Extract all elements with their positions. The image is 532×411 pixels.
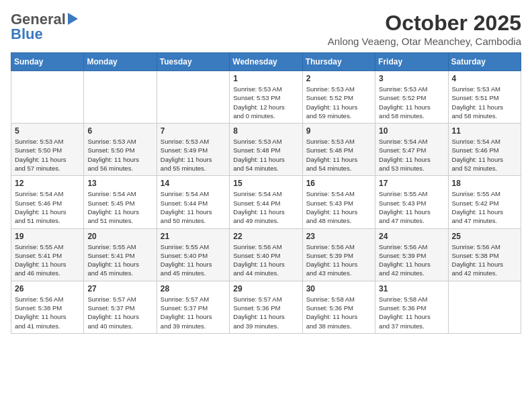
day-info: Sunrise: 5:53 AM Sunset: 5:53 PM Dayligh… <box>233 85 298 120</box>
calendar-cell: 10Sunrise: 5:54 AM Sunset: 5:47 PM Dayli… <box>375 124 448 176</box>
calendar-cell: 22Sunrise: 5:56 AM Sunset: 5:40 PM Dayli… <box>230 228 302 281</box>
day-info: Sunrise: 5:55 AM Sunset: 5:41 PM Dayligh… <box>15 242 80 278</box>
day-number: 5 <box>15 126 80 136</box>
calendar-cell <box>84 71 157 124</box>
day-number: 18 <box>452 179 517 188</box>
day-info: Sunrise: 5:58 AM Sunset: 5:36 PM Dayligh… <box>306 295 371 330</box>
weekday-header: Friday <box>375 53 448 71</box>
day-info: Sunrise: 5:55 AM Sunset: 5:43 PM Dayligh… <box>379 189 444 225</box>
day-info: Sunrise: 5:53 AM Sunset: 5:48 PM Dayligh… <box>306 137 371 173</box>
day-info: Sunrise: 5:54 AM Sunset: 5:46 PM Dayligh… <box>15 189 80 225</box>
calendar-cell: 12Sunrise: 5:54 AM Sunset: 5:46 PM Dayli… <box>11 176 84 228</box>
day-number: 6 <box>87 126 152 136</box>
calendar-cell: 21Sunrise: 5:55 AM Sunset: 5:40 PM Dayli… <box>157 228 229 281</box>
calendar-cell <box>448 281 521 333</box>
weekday-header-row: SundayMondayTuesdayWednesdayThursdayFrid… <box>11 53 521 71</box>
calendar-cell: 25Sunrise: 5:56 AM Sunset: 5:38 PM Dayli… <box>448 228 521 281</box>
day-number: 20 <box>87 232 152 241</box>
calendar-week-row: 12Sunrise: 5:54 AM Sunset: 5:46 PM Dayli… <box>11 176 521 228</box>
logo-blue: Blue <box>11 26 43 43</box>
day-info: Sunrise: 5:55 AM Sunset: 5:42 PM Dayligh… <box>452 189 517 225</box>
calendar-cell: 4Sunrise: 5:53 AM Sunset: 5:51 PM Daylig… <box>448 71 521 124</box>
day-number: 21 <box>161 232 226 241</box>
calendar-cell: 29Sunrise: 5:57 AM Sunset: 5:36 PM Dayli… <box>230 281 302 333</box>
day-info: Sunrise: 5:54 AM Sunset: 5:45 PM Dayligh… <box>87 189 152 225</box>
calendar-cell: 26Sunrise: 5:56 AM Sunset: 5:38 PM Dayli… <box>11 281 84 333</box>
day-number: 9 <box>306 126 371 136</box>
calendar-cell: 16Sunrise: 5:54 AM Sunset: 5:43 PM Dayli… <box>302 176 375 228</box>
day-info: Sunrise: 5:53 AM Sunset: 5:50 PM Dayligh… <box>15 137 80 173</box>
calendar-week-row: 26Sunrise: 5:56 AM Sunset: 5:38 PM Dayli… <box>11 281 521 333</box>
day-info: Sunrise: 5:55 AM Sunset: 5:40 PM Dayligh… <box>161 242 226 278</box>
day-info: Sunrise: 5:54 AM Sunset: 5:43 PM Dayligh… <box>306 189 371 225</box>
day-number: 26 <box>15 284 80 293</box>
day-info: Sunrise: 5:53 AM Sunset: 5:51 PM Dayligh… <box>452 85 517 120</box>
calendar-week-row: 5Sunrise: 5:53 AM Sunset: 5:50 PM Daylig… <box>11 124 521 176</box>
calendar-cell: 15Sunrise: 5:54 AM Sunset: 5:44 PM Dayli… <box>230 176 302 228</box>
calendar-week-row: 1Sunrise: 5:53 AM Sunset: 5:53 PM Daylig… <box>11 71 521 124</box>
day-info: Sunrise: 5:57 AM Sunset: 5:37 PM Dayligh… <box>161 295 226 330</box>
calendar-cell: 2Sunrise: 5:53 AM Sunset: 5:52 PM Daylig… <box>302 71 375 124</box>
day-number: 13 <box>87 179 152 188</box>
month-title: October 2025 <box>328 11 521 36</box>
calendar-cell: 6Sunrise: 5:53 AM Sunset: 5:50 PM Daylig… <box>84 124 157 176</box>
calendar-cell: 14Sunrise: 5:54 AM Sunset: 5:44 PM Dayli… <box>157 176 229 228</box>
day-number: 15 <box>233 179 298 188</box>
logo-arrow-icon <box>68 13 78 25</box>
calendar-week-row: 19Sunrise: 5:55 AM Sunset: 5:41 PM Dayli… <box>11 228 521 281</box>
title-block: October 2025 Anlong Veaeng, Otar Meanche… <box>328 11 521 47</box>
day-info: Sunrise: 5:56 AM Sunset: 5:38 PM Dayligh… <box>452 242 517 278</box>
calendar-cell: 7Sunrise: 5:53 AM Sunset: 5:49 PM Daylig… <box>157 124 229 176</box>
calendar-cell: 30Sunrise: 5:58 AM Sunset: 5:36 PM Dayli… <box>302 281 375 333</box>
calendar-cell: 11Sunrise: 5:54 AM Sunset: 5:46 PM Dayli… <box>448 124 521 176</box>
day-info: Sunrise: 5:53 AM Sunset: 5:49 PM Dayligh… <box>161 137 226 173</box>
day-number: 30 <box>306 284 371 293</box>
day-info: Sunrise: 5:54 AM Sunset: 5:44 PM Dayligh… <box>233 189 298 225</box>
day-info: Sunrise: 5:53 AM Sunset: 5:52 PM Dayligh… <box>379 85 444 120</box>
location-subtitle: Anlong Veaeng, Otar Meanchey, Cambodia <box>328 36 521 47</box>
day-info: Sunrise: 5:55 AM Sunset: 5:41 PM Dayligh… <box>87 242 152 278</box>
calendar-cell: 28Sunrise: 5:57 AM Sunset: 5:37 PM Dayli… <box>157 281 229 333</box>
weekday-header: Monday <box>84 53 157 71</box>
calendar-cell: 31Sunrise: 5:58 AM Sunset: 5:36 PM Dayli… <box>375 281 448 333</box>
calendar-cell: 8Sunrise: 5:53 AM Sunset: 5:48 PM Daylig… <box>230 124 302 176</box>
weekday-header: Sunday <box>11 53 84 71</box>
calendar-cell: 9Sunrise: 5:53 AM Sunset: 5:48 PM Daylig… <box>302 124 375 176</box>
day-number: 28 <box>161 284 226 293</box>
day-number: 8 <box>233 126 298 136</box>
page-header: General Blue October 2025 Anlong Veaeng,… <box>11 11 521 47</box>
day-info: Sunrise: 5:53 AM Sunset: 5:48 PM Dayligh… <box>233 137 298 173</box>
day-number: 27 <box>87 284 152 293</box>
day-number: 11 <box>452 126 517 136</box>
day-number: 16 <box>306 179 371 188</box>
day-number: 2 <box>306 74 371 83</box>
weekday-header: Saturday <box>448 53 521 71</box>
day-number: 22 <box>233 232 298 241</box>
day-number: 19 <box>15 232 80 241</box>
day-info: Sunrise: 5:56 AM Sunset: 5:38 PM Dayligh… <box>15 295 80 330</box>
day-number: 24 <box>379 232 444 241</box>
day-number: 31 <box>379 284 444 293</box>
calendar-cell <box>157 71 229 124</box>
weekday-header: Wednesday <box>230 53 302 71</box>
calendar-table: SundayMondayTuesdayWednesdayThursdayFrid… <box>11 52 521 334</box>
calendar-cell: 18Sunrise: 5:55 AM Sunset: 5:42 PM Dayli… <box>448 176 521 228</box>
calendar-cell: 5Sunrise: 5:53 AM Sunset: 5:50 PM Daylig… <box>11 124 84 176</box>
day-number: 1 <box>233 74 298 83</box>
day-number: 12 <box>15 179 80 188</box>
day-number: 10 <box>379 126 444 136</box>
weekday-header: Tuesday <box>157 53 229 71</box>
day-number: 17 <box>379 179 444 188</box>
calendar-cell: 24Sunrise: 5:56 AM Sunset: 5:39 PM Dayli… <box>375 228 448 281</box>
day-number: 23 <box>306 232 371 241</box>
day-number: 25 <box>452 232 517 241</box>
day-number: 29 <box>233 284 298 293</box>
day-info: Sunrise: 5:56 AM Sunset: 5:40 PM Dayligh… <box>233 242 298 278</box>
day-info: Sunrise: 5:53 AM Sunset: 5:52 PM Dayligh… <box>306 85 371 120</box>
calendar-cell: 3Sunrise: 5:53 AM Sunset: 5:52 PM Daylig… <box>375 71 448 124</box>
calendar-cell: 20Sunrise: 5:55 AM Sunset: 5:41 PM Dayli… <box>84 228 157 281</box>
day-info: Sunrise: 5:57 AM Sunset: 5:36 PM Dayligh… <box>233 295 298 330</box>
calendar-cell: 17Sunrise: 5:55 AM Sunset: 5:43 PM Dayli… <box>375 176 448 228</box>
weekday-header: Thursday <box>302 53 375 71</box>
day-info: Sunrise: 5:54 AM Sunset: 5:44 PM Dayligh… <box>161 189 226 225</box>
